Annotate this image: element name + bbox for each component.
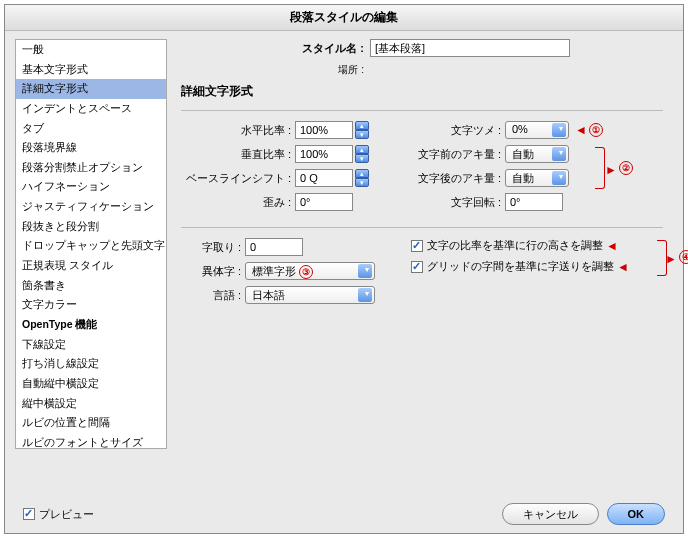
sidebar-item[interactable]: 下線設定 xyxy=(16,335,166,355)
location-label: 場所 : xyxy=(274,63,364,77)
v-scale-stepper[interactable]: ▴▾ xyxy=(355,145,369,163)
h-scale-stepper[interactable]: ▴▾ xyxy=(355,121,369,139)
lineheight-checkbox-label: 文字の比率を基準に行の高さを調整 xyxy=(427,238,603,253)
sidebar-item[interactable]: 詳細文字形式 xyxy=(16,79,166,99)
style-name-label: スタイル名 : xyxy=(274,41,364,56)
sidebar-item[interactable]: ドロップキャップと先頭文字スタイル xyxy=(16,236,166,256)
tsume-combo[interactable]: 0% xyxy=(505,121,569,139)
variant-combo[interactable]: 標準字形 ③ xyxy=(245,262,375,280)
h-scale-input[interactable] xyxy=(295,121,353,139)
ok-button[interactable]: OK xyxy=(607,503,666,525)
skew-label: 歪み : xyxy=(181,195,291,210)
v-scale-input[interactable] xyxy=(295,145,353,163)
annotation-1: ① xyxy=(589,123,603,137)
baseline-label: ベースラインシフト : xyxy=(181,171,291,186)
sidebar-item[interactable]: ルビの位置と間隔 xyxy=(16,413,166,433)
v-scale-label: 垂直比率 : xyxy=(181,147,291,162)
sidebar-item[interactable]: 正規表現 スタイル xyxy=(16,256,166,276)
sidebar-item[interactable]: 段落境界線 xyxy=(16,138,166,158)
preview-checkbox[interactable] xyxy=(23,508,35,520)
category-sidebar[interactable]: 一般基本文字形式詳細文字形式インデントとスペースタブ段落境界線段落分割禁止オプシ… xyxy=(15,39,167,449)
baseline-input[interactable] xyxy=(295,169,353,187)
sidebar-item[interactable]: 一般 xyxy=(16,40,166,60)
sidebar-item[interactable]: インデントとスペース xyxy=(16,99,166,119)
jidori-label: 字取り : xyxy=(181,240,241,255)
cancel-button[interactable]: キャンセル xyxy=(502,503,599,525)
sidebar-item[interactable]: ルビのフォントとサイズ xyxy=(16,433,166,449)
variant-label: 異体字 : xyxy=(181,264,241,279)
rotate-input[interactable] xyxy=(505,193,563,211)
sidebar-item[interactable]: ジャスティフィケーション xyxy=(16,197,166,217)
sidebar-item[interactable]: タブ xyxy=(16,119,166,139)
lineheight-checkbox[interactable] xyxy=(411,240,423,252)
sidebar-item[interactable]: 箇条書き xyxy=(16,276,166,296)
jidori-input[interactable] xyxy=(245,238,303,256)
annotation-3: ③ xyxy=(299,265,313,279)
sidebar-item[interactable]: 縦中横設定 xyxy=(16,394,166,414)
section-title: 詳細文字形式 xyxy=(181,83,663,100)
baseline-stepper[interactable]: ▴▾ xyxy=(355,169,369,187)
sidebar-item[interactable]: 自動縦中横設定 xyxy=(16,374,166,394)
style-name-input[interactable] xyxy=(370,39,570,57)
annotation-2: ② xyxy=(619,161,633,175)
dialog-title: 段落スタイルの編集 xyxy=(5,5,683,31)
aki-after-label: 文字後のアキ量 : xyxy=(401,171,501,186)
preview-label: プレビュー xyxy=(39,507,94,522)
aki-before-combo[interactable]: 自動 xyxy=(505,145,569,163)
aki-after-combo[interactable]: 自動 xyxy=(505,169,569,187)
lang-combo[interactable]: 日本語 xyxy=(245,286,375,304)
grid-checkbox[interactable] xyxy=(411,261,423,273)
sidebar-item[interactable]: 段落分割禁止オプション xyxy=(16,158,166,178)
sidebar-item[interactable]: 基本文字形式 xyxy=(16,60,166,80)
sidebar-item[interactable]: 文字カラー xyxy=(16,295,166,315)
skew-input[interactable] xyxy=(295,193,353,211)
tsume-label: 文字ツメ : xyxy=(401,123,501,138)
lang-label: 言語 : xyxy=(181,288,241,303)
annotation-4: ④ xyxy=(679,250,688,264)
sidebar-item[interactable]: ハイフネーション xyxy=(16,177,166,197)
grid-checkbox-label: グリッドの字間を基準に字送りを調整 xyxy=(427,259,614,274)
sidebar-item[interactable]: OpenType 機能 xyxy=(16,315,166,335)
rotate-label: 文字回転 : xyxy=(401,195,501,210)
sidebar-item[interactable]: 段抜きと段分割 xyxy=(16,217,166,237)
sidebar-item[interactable]: 打ち消し線設定 xyxy=(16,354,166,374)
h-scale-label: 水平比率 : xyxy=(181,123,291,138)
aki-before-label: 文字前のアキ量 : xyxy=(401,147,501,162)
